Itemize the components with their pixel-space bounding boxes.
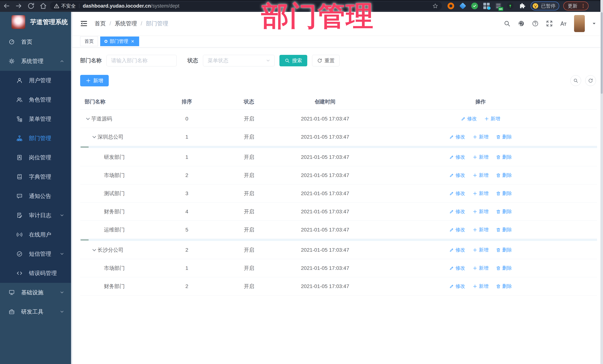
action-edit-link[interactable]: 修改 bbox=[449, 154, 465, 160]
hamburger-icon[interactable] bbox=[80, 20, 88, 28]
security-chip[interactable]: 不安全 bbox=[54, 3, 76, 9]
toggle-search-button[interactable] bbox=[570, 75, 581, 86]
forward-icon[interactable] bbox=[15, 2, 23, 10]
breadcrumb-item[interactable]: 系统管理 bbox=[115, 20, 137, 27]
tab-active[interactable]: 部门管理 bbox=[100, 36, 139, 46]
action-edit-link[interactable]: 修改 bbox=[449, 172, 465, 178]
edit-icon bbox=[449, 227, 454, 232]
extension-gem-icon[interactable] bbox=[459, 3, 466, 9]
extensions-puzzle-icon[interactable] bbox=[519, 3, 525, 9]
action-plus-link[interactable]: 新增 bbox=[473, 190, 488, 197]
breadcrumb-item[interactable]: 首页 bbox=[95, 20, 106, 27]
kebab-menu-icon[interactable] bbox=[580, 3, 586, 9]
expand-arrow-icon[interactable] bbox=[91, 134, 98, 140]
action-edit-link[interactable]: 修改 bbox=[449, 283, 465, 289]
action-plus-link[interactable]: 新增 bbox=[473, 172, 488, 178]
action-delete-link[interactable]: 删除 bbox=[496, 134, 512, 140]
home-icon[interactable] bbox=[39, 2, 47, 10]
action-plus-link[interactable]: 新增 bbox=[473, 247, 488, 253]
action-plus-link[interactable]: 新增 bbox=[473, 265, 488, 271]
sidebar-item[interactable]: 首页 bbox=[0, 32, 72, 52]
expand-arrow-icon[interactable] bbox=[91, 247, 98, 253]
caret-down-icon[interactable] bbox=[592, 21, 596, 26]
extension-grid-icon[interactable] bbox=[483, 3, 490, 9]
dept-name-input[interactable] bbox=[106, 55, 177, 66]
table-body: 芋道源码0开启2021-01-05 17:03:47修改新增深圳总公司1开启20… bbox=[80, 110, 597, 295]
expand-placeholder bbox=[97, 154, 104, 160]
action-edit-link[interactable]: 修改 bbox=[449, 134, 465, 140]
tab-dot-icon bbox=[104, 40, 107, 43]
refresh-table-button[interactable] bbox=[585, 75, 596, 86]
search-button[interactable]: 搜索 bbox=[279, 55, 307, 66]
sidebar-item[interactable]: 基础设施 bbox=[0, 283, 72, 302]
sidebar-item[interactable]: 系统管理 bbox=[0, 52, 72, 71]
action-delete-link[interactable]: 删除 bbox=[496, 172, 512, 178]
reset-button[interactable]: 重置 bbox=[312, 55, 339, 66]
search-icon[interactable] bbox=[504, 20, 510, 27]
window-scrollbar[interactable] bbox=[600, 0, 603, 364]
sidebar-item[interactable]: 研发工具 bbox=[0, 302, 72, 321]
close-icon[interactable] bbox=[130, 39, 135, 44]
status-select[interactable]: 菜单状态 bbox=[203, 55, 275, 66]
sidebar-item-label: 角色管理 bbox=[29, 96, 51, 104]
action-delete-link[interactable]: 删除 bbox=[496, 226, 512, 233]
dept-name-cell: 芋道源码 bbox=[80, 115, 162, 122]
browser-profile-chip[interactable]: 已暂停 bbox=[531, 1, 559, 10]
action-edit-link[interactable]: 修改 bbox=[461, 115, 477, 122]
sidebar-item[interactable]: 字典管理 bbox=[0, 167, 72, 187]
help-icon[interactable] bbox=[532, 20, 539, 27]
extension-check-icon[interactable] bbox=[471, 3, 478, 9]
actions-cell: 修改新增删除 bbox=[364, 208, 597, 215]
action-delete-link[interactable]: 删除 bbox=[496, 190, 512, 197]
sidebar-item[interactable]: 部门管理 bbox=[0, 129, 72, 148]
sidebar-item[interactable]: 菜单管理 bbox=[0, 109, 72, 129]
sidebar-item[interactable]: 在线用户 bbox=[0, 225, 72, 244]
action-delete-link[interactable]: 删除 bbox=[496, 154, 512, 160]
action-plus-link[interactable]: 新增 bbox=[473, 283, 488, 289]
action-plus-link[interactable]: 新增 bbox=[484, 115, 500, 122]
action-plus-link[interactable]: 新增 bbox=[473, 208, 488, 215]
sidebar-logo[interactable]: 芋道管理系统 bbox=[0, 12, 72, 32]
action-edit-link[interactable]: 修改 bbox=[449, 265, 465, 271]
scrollbar-thumb[interactable] bbox=[601, 12, 603, 94]
extension-sprout-icon[interactable] bbox=[507, 3, 514, 9]
sort-cell: 5 bbox=[162, 227, 212, 233]
reload-icon[interactable] bbox=[27, 2, 35, 10]
back-icon[interactable] bbox=[3, 2, 10, 10]
created-time-cell: 2021-01-05 17:03:47 bbox=[286, 190, 364, 197]
extension-donut-icon[interactable] bbox=[448, 3, 454, 9]
extension-list-icon[interactable]: on bbox=[495, 3, 502, 9]
add-button[interactable]: 新增 bbox=[80, 75, 109, 86]
action-delete-link[interactable]: 删除 bbox=[496, 283, 512, 289]
browser-update-button[interactable]: 更新 bbox=[563, 1, 589, 10]
address-bar[interactable]: 不安全 dashboard.yudao.iocoder.cn/system/de… bbox=[50, 2, 442, 10]
action-plus-link[interactable]: 新增 bbox=[473, 226, 488, 233]
action-plus-link[interactable]: 新增 bbox=[473, 134, 488, 140]
sidebar-item[interactable]: 用户管理 bbox=[0, 71, 72, 90]
sidebar-item[interactable]: 角色管理 bbox=[0, 90, 72, 109]
sidebar-item[interactable]: 通知公告 bbox=[0, 187, 72, 206]
action-delete-link[interactable]: 删除 bbox=[496, 247, 512, 253]
expand-arrow-icon[interactable] bbox=[85, 116, 91, 121]
sidebar-item[interactable]: 短信管理 bbox=[0, 244, 72, 264]
bookmark-star-icon[interactable] bbox=[432, 3, 438, 9]
tab-item[interactable]: 首页 bbox=[80, 36, 98, 46]
github-icon[interactable] bbox=[518, 20, 525, 27]
sidebar-item[interactable]: 审计日志 bbox=[0, 206, 72, 225]
action-plus-link[interactable]: 新增 bbox=[473, 154, 488, 160]
post-icon bbox=[16, 154, 23, 161]
sidebar-item[interactable]: 岗位管理 bbox=[0, 148, 72, 167]
action-label: 新增 bbox=[479, 283, 488, 289]
action-delete-link[interactable]: 删除 bbox=[496, 265, 512, 271]
column-header: 排序 bbox=[162, 98, 212, 105]
fullscreen-icon[interactable] bbox=[546, 20, 553, 27]
action-edit-link[interactable]: 修改 bbox=[449, 208, 465, 215]
action-edit-link[interactable]: 修改 bbox=[449, 247, 465, 253]
font-size-icon[interactable] bbox=[560, 20, 567, 27]
action-edit-link[interactable]: 修改 bbox=[449, 226, 465, 233]
action-edit-link[interactable]: 修改 bbox=[449, 190, 465, 197]
action-delete-link[interactable]: 删除 bbox=[496, 208, 512, 215]
user-avatar[interactable] bbox=[574, 15, 585, 32]
delete-icon bbox=[496, 155, 501, 160]
sidebar-item[interactable]: 错误码管理 bbox=[0, 264, 72, 283]
